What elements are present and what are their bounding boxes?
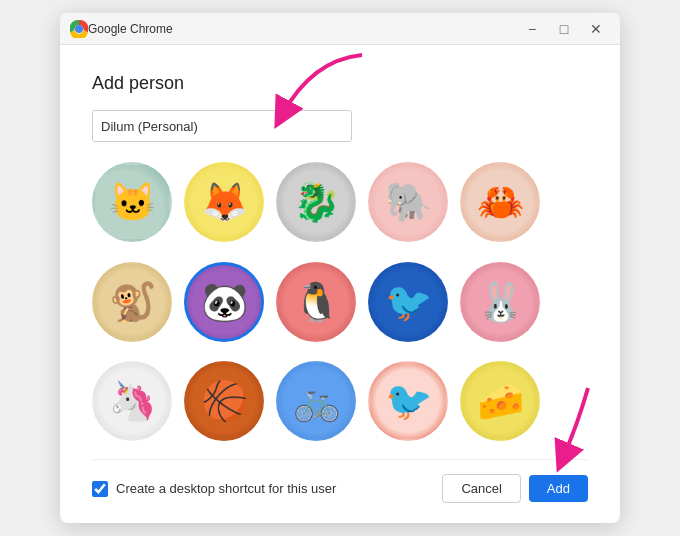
avatar-item[interactable]: 🚲 [276, 361, 356, 441]
avatar-item[interactable]: 🐉 [276, 162, 356, 242]
svg-point-2 [76, 26, 82, 32]
window-controls: − □ ✕ [518, 18, 610, 40]
shortcut-checkbox[interactable] [92, 481, 108, 497]
avatar-item[interactable]: 🧀 [460, 361, 540, 441]
avatar-item[interactable]: 🦄 [92, 361, 172, 441]
chrome-dialog: Google Chrome − □ ✕ Add person [60, 13, 620, 523]
avatar-item[interactable]: 🐱 [92, 162, 172, 242]
avatar-item[interactable]: 🦊 [184, 162, 264, 242]
avatar-item[interactable]: 🐦 [368, 262, 448, 342]
name-input-row [92, 110, 588, 142]
restore-button[interactable]: □ [550, 18, 578, 40]
chrome-logo [70, 20, 88, 38]
footer-buttons: Cancel Add [442, 474, 588, 503]
add-button[interactable]: Add [529, 475, 588, 502]
avatar-grid: 🐱 🦊 🐉 🐘 🦀 🐒 🐼 [92, 162, 588, 449]
avatar-section: 🐱 🦊 🐉 🐘 🦀 🐒 🐼 [92, 162, 588, 449]
avatar-item[interactable]: 🐘 [368, 162, 448, 242]
avatar-item[interactable]: 🐦 [368, 361, 448, 441]
avatar-item[interactable]: 🐼 [184, 262, 264, 342]
avatar-item[interactable]: 🏀 [184, 361, 264, 441]
minimize-button[interactable]: − [518, 18, 546, 40]
dialog-content: Add person 🐱 🦊 [60, 45, 620, 523]
avatar-item[interactable]: 🐒 [92, 262, 172, 342]
window-title: Google Chrome [88, 22, 518, 36]
close-button[interactable]: ✕ [582, 18, 610, 40]
avatar-item[interactable]: 🐧 [276, 262, 356, 342]
cancel-button[interactable]: Cancel [442, 474, 520, 503]
name-input[interactable] [92, 110, 352, 142]
shortcut-label: Create a desktop shortcut for this user [116, 481, 336, 496]
avatar-item[interactable]: 🦀 [460, 162, 540, 242]
dialog-footer: Create a desktop shortcut for this user … [92, 459, 588, 503]
titlebar: Google Chrome − □ ✕ [60, 13, 620, 45]
avatar-item[interactable]: 🐰 [460, 262, 540, 342]
dialog-heading: Add person [92, 73, 588, 94]
shortcut-checkbox-row: Create a desktop shortcut for this user [92, 481, 442, 497]
